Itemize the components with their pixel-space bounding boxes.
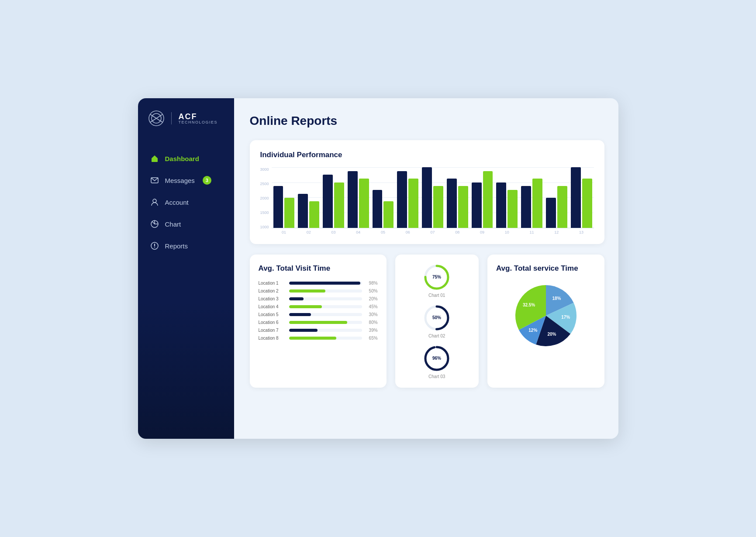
bar-navy	[571, 167, 581, 228]
x-axis-label: 13	[571, 230, 592, 234]
y-label-3000: 3000	[260, 167, 269, 172]
h-bar-pct: 45%	[366, 304, 378, 309]
donut-list: 75% Chart 01 50% Chart 02 96% Chart 03	[402, 263, 472, 379]
bar-navy	[273, 186, 283, 228]
sidebar-item-label-dashboard: Dashboard	[165, 155, 199, 162]
bar-group	[298, 167, 319, 228]
bar-green	[458, 186, 468, 228]
logo: ACF TECHNOLOGIES	[138, 98, 234, 139]
h-bar-label: Location 1	[259, 281, 286, 286]
chart03-label: Chart 03	[428, 374, 445, 379]
bar-navy	[521, 186, 531, 228]
h-bar-pct: 30%	[366, 312, 378, 317]
bar-green	[507, 190, 518, 228]
h-bar-row: Location 4 45%	[259, 304, 378, 309]
bar-green	[532, 179, 542, 228]
bar-green	[557, 186, 567, 228]
logo-tech-label: TECHNOLOGIES	[179, 120, 218, 124]
donut-item: 50% Chart 02	[423, 304, 451, 338]
pie-label: 18%	[552, 296, 561, 301]
bar-navy	[397, 171, 407, 228]
sidebar-item-messages[interactable]: Messages 3	[138, 170, 234, 191]
bar-group	[546, 167, 567, 228]
bar-green	[284, 198, 294, 228]
chart02-label: Chart 02	[428, 334, 445, 338]
bar-navy	[496, 182, 506, 228]
pie-chart-area: 18%17%20%12%32.5%	[496, 281, 596, 351]
bar-group	[571, 167, 592, 228]
x-axis-label: 12	[546, 230, 567, 234]
bar-green	[383, 201, 394, 228]
svg-rect-4	[153, 159, 156, 162]
bar-group	[496, 167, 518, 228]
h-bar-fill	[289, 282, 361, 285]
svg-text:75%: 75%	[432, 275, 441, 279]
h-bar-pct: 50%	[366, 289, 378, 293]
bar-green	[309, 201, 319, 228]
bar-group	[323, 167, 344, 228]
bar-green	[433, 186, 443, 228]
home-icon	[150, 154, 159, 163]
bar-navy	[546, 198, 556, 228]
h-bar-track	[289, 337, 362, 340]
bar-group	[521, 167, 542, 228]
h-bar-fill	[289, 329, 318, 332]
h-bar-track	[289, 297, 362, 300]
x-axis-label: 06	[397, 230, 418, 234]
sidebar-item-label-messages: Messages	[165, 177, 195, 184]
sidebar-item-chart[interactable]: Chart	[138, 213, 234, 234]
bar-group	[273, 167, 295, 228]
svg-text:50%: 50%	[432, 315, 441, 320]
h-bar-row: Location 7 39%	[259, 328, 378, 333]
page-title: Online Reports	[250, 114, 604, 128]
sidebar-item-reports[interactable]: Reports	[138, 235, 234, 256]
h-bar-label: Location 4	[259, 304, 286, 309]
bar-group	[397, 167, 418, 228]
svg-text:96%: 96%	[432, 356, 441, 361]
chart01-label: Chart 01	[428, 293, 445, 298]
chart01-svg: 75%	[423, 263, 451, 291]
chart03-svg: 96%	[423, 344, 451, 372]
x-axis-label: 08	[447, 230, 468, 234]
h-bar-row: Location 3 20%	[259, 296, 378, 301]
h-bar-track	[289, 313, 362, 316]
h-bar-label: Location 8	[259, 336, 286, 341]
h-bar-fill	[289, 289, 326, 293]
bar-group	[348, 167, 369, 228]
logo-acf-label: ACF	[179, 113, 218, 120]
x-axis-label: 01	[273, 230, 295, 234]
h-bar-track	[289, 329, 362, 332]
h-bar-row: Location 8 65%	[259, 336, 378, 341]
logo-text: ACF TECHNOLOGIES	[179, 113, 218, 124]
pie-chart: 18%17%20%12%32.5%	[511, 281, 581, 351]
messages-icon	[150, 176, 159, 185]
h-bar-track	[289, 289, 362, 293]
y-label-1000: 1000	[260, 225, 269, 229]
bottom-row: Avg. Total Visit Time Location 1 98% Loc…	[250, 255, 604, 388]
svg-point-9	[154, 247, 155, 248]
sidebar-item-dashboard[interactable]: Dashboard	[138, 148, 234, 169]
messages-badge: 3	[203, 176, 211, 185]
sidebar-item-label-account: Account	[165, 199, 189, 206]
h-bar-row: Location 6 80%	[259, 320, 378, 325]
avg-visit-card: Avg. Total Visit Time Location 1 98% Loc…	[250, 255, 387, 388]
y-label-2500: 2500	[260, 182, 269, 186]
x-axis-label: 09	[472, 230, 493, 234]
bar-navy	[323, 175, 333, 228]
h-bar-pct: 39%	[366, 328, 378, 333]
svg-point-6	[153, 199, 156, 203]
bar-group	[422, 167, 443, 228]
x-axis-label: 11	[521, 230, 542, 234]
h-bar-track	[289, 282, 362, 285]
h-bar-label: Location 5	[259, 312, 286, 317]
sidebar: ACF TECHNOLOGIES Dashboard	[138, 98, 234, 439]
sidebar-item-account[interactable]: Account	[138, 192, 234, 213]
h-bar-row: Location 2 50%	[259, 289, 378, 293]
individual-performance-title: Individual Performance	[260, 151, 594, 159]
x-axis-label: 02	[298, 230, 319, 234]
pie-label: 32.5%	[523, 303, 535, 307]
bar-group	[447, 167, 468, 228]
y-label-2000: 2000	[260, 196, 269, 200]
h-bar-fill	[289, 313, 311, 316]
x-axis-label: 10	[496, 230, 518, 234]
